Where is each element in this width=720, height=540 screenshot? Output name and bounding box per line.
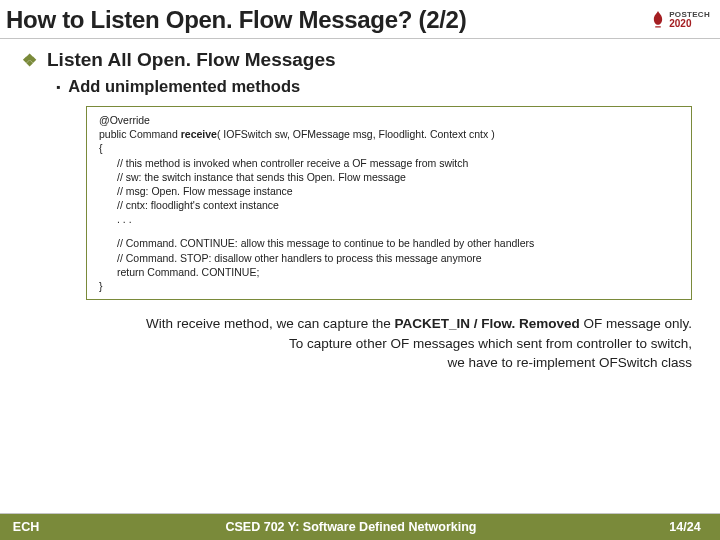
page-number: 14/24 — [650, 520, 720, 534]
code-line: // msg: Open. Flow message instance — [99, 184, 681, 198]
code-line: . . . — [99, 212, 681, 226]
heading-text: Listen All Open. Flow Messages — [47, 49, 336, 71]
code-line: @Override — [99, 113, 681, 127]
flame-icon — [651, 11, 665, 29]
code-line: // Command. CONTINUE: allow this message… — [99, 236, 681, 250]
section-heading: ❖ Listen All Open. Flow Messages — [22, 49, 698, 71]
divider — [0, 38, 720, 39]
logo-text-bottom: 2020 — [669, 19, 710, 29]
note-line: With receive method, we can capture the … — [28, 314, 692, 334]
spacer — [99, 226, 681, 236]
subheading-text: Add unimplemented methods — [68, 77, 300, 96]
code-block: @Override public Command receive( IOFSwi… — [86, 106, 692, 300]
slide-title: How to Listen Open. Flow Message? (2/2) — [6, 6, 466, 34]
sub-heading: ▪ Add unimplemented methods — [56, 77, 698, 96]
note-line: we have to re-implement OFSwitch class — [28, 353, 692, 373]
code-line: // Command. STOP: disallow other handler… — [99, 251, 681, 265]
footer-center: CSED 702 Y: Software Defined Networking — [52, 520, 650, 534]
fleuron-bullet-icon: ❖ — [22, 50, 37, 71]
code-line: } — [99, 279, 681, 293]
postech-logo: POSTECH 2020 — [651, 11, 710, 29]
square-bullet-icon: ▪ — [56, 80, 60, 94]
code-line: // sw: the switch instance that sends th… — [99, 170, 681, 184]
notes-block: With receive method, we can capture the … — [28, 314, 692, 373]
code-line: { — [99, 141, 681, 155]
slide-footer: ECH CSED 702 Y: Software Defined Network… — [0, 514, 720, 540]
code-line: // this method is invoked when controlle… — [99, 156, 681, 170]
slide-header: How to Listen Open. Flow Message? (2/2) … — [0, 0, 720, 38]
footer-left: ECH — [0, 520, 52, 534]
slide-body: ❖ Listen All Open. Flow Messages ▪ Add u… — [0, 49, 720, 373]
code-line: public Command receive( IOFSwitch sw, OF… — [99, 127, 681, 141]
code-line: // cntx: floodlight's context instance — [99, 198, 681, 212]
note-line: To capture other OF messages which sent … — [28, 334, 692, 354]
code-line: return Command. CONTINUE; — [99, 265, 681, 279]
